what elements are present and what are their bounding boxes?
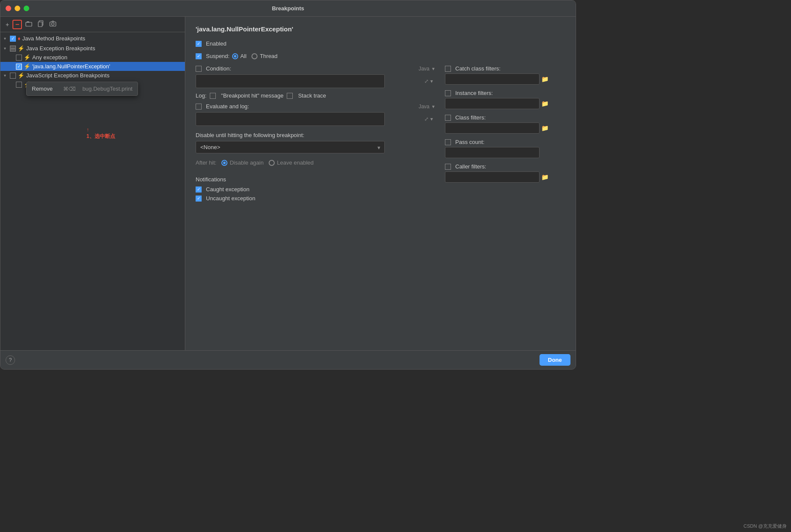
bottom-bar: ? Done — [0, 350, 576, 369]
checkbox-any-exception[interactable] — [16, 55, 22, 61]
checkbox-java-method[interactable]: ✓ — [10, 36, 16, 42]
label-js-exception: JavaScript Exception Breakpoints — [26, 72, 110, 79]
evaluate-dropdown-btn[interactable]: ▾ — [430, 116, 433, 122]
menu-remove-detail: bug.DebugTest.print — [83, 86, 132, 92]
catch-filters-label-row: Catch class filters: — [445, 65, 565, 72]
caller-filters-checkbox[interactable] — [445, 164, 451, 170]
notifications-title: Notifications — [196, 176, 435, 183]
instance-filters-input[interactable] — [445, 98, 540, 109]
icon-js-exception: ⚡ — [18, 72, 25, 79]
instance-filters-checkbox[interactable] — [445, 90, 451, 96]
disable-again-label: Disable again — [230, 159, 264, 166]
evaluate-lang: Java — [419, 104, 429, 110]
help-button[interactable]: ? — [6, 355, 15, 365]
after-hit-label: After hit: — [196, 159, 216, 166]
copy-button[interactable] — [36, 19, 46, 29]
class-filters-checkbox[interactable] — [445, 115, 451, 121]
catch-filters-input[interactable] — [445, 73, 540, 85]
folder-button[interactable] — [24, 19, 34, 29]
log-section: Log: "Breakpoint hit" message Stack trac… — [196, 92, 435, 99]
pass-count-input-row — [445, 147, 565, 158]
disable-again-option[interactable]: Disable again — [221, 159, 264, 166]
menu-item-remove[interactable]: Remove ⌘⌫ bug.DebugTest.print — [27, 84, 138, 94]
pass-count-checkbox[interactable] — [445, 139, 451, 145]
caller-filters-input[interactable] — [445, 171, 540, 183]
evaluate-input-wrapper: ⤢ ▾ — [196, 112, 435, 126]
log-stack-trace-label: Stack trace — [298, 92, 326, 99]
suspend-thread-option[interactable]: Thread — [251, 53, 277, 59]
instance-filters-browse[interactable]: 📁 — [541, 100, 549, 107]
close-button[interactable] — [6, 6, 11, 11]
caller-filters-browse[interactable]: 📁 — [541, 174, 549, 180]
tree-item-java-method[interactable]: ▾ ✓ ♦ Java Method Breakpoints — [0, 34, 185, 43]
caught-checkbox[interactable]: ✓ — [196, 187, 202, 193]
pass-count-input[interactable] — [445, 147, 540, 158]
uncaught-exception-row: ✓ Uncaught exception — [196, 195, 435, 202]
condition-expand-btn[interactable]: ⤢ — [424, 78, 429, 84]
log-breakpoint-checkbox[interactable] — [210, 93, 216, 99]
icon-npe: ⚡ — [24, 63, 31, 70]
annotation-select-text: 1、选中断点 — [86, 133, 115, 140]
pass-count-row: Pass count: — [445, 139, 565, 158]
minimize-button[interactable] — [15, 6, 20, 11]
tree-item-npe[interactable]: ✓ ⚡ 'java.lang.NullPointerException' — [0, 62, 185, 71]
catch-filters-browse[interactable]: 📁 — [541, 76, 549, 83]
evaluate-input[interactable] — [196, 112, 385, 126]
icon-java-exception: ⚡ — [18, 45, 25, 52]
suspend-all-radio[interactable] — [232, 53, 238, 59]
suspend-checkbox[interactable]: ✓ — [196, 53, 202, 59]
left-col: Condition: Java ▾ ⤢ ▾ — [196, 65, 435, 204]
tree-item-js-exception[interactable]: ▾ ⚡ JavaScript Exception Breakpoints — [0, 71, 185, 80]
condition-input[interactable] — [196, 74, 385, 88]
tree-item-any-exception[interactable]: ⚡ Any exception — [0, 53, 185, 62]
caught-label: Caught exception — [206, 186, 249, 193]
checkbox-npe[interactable]: ✓ — [16, 64, 22, 70]
catch-filters-checkbox[interactable] — [445, 66, 451, 72]
label-npe: 'java.lang.NullPointerException' — [32, 63, 110, 70]
checkbox-java-exception[interactable]: — — [10, 46, 16, 52]
evaluate-row: Evaluate and log: Java ▾ — [196, 103, 435, 110]
class-filters-input[interactable] — [445, 122, 540, 134]
left-panel: ← 点击-号移除 + − ▾ ✓ — [0, 17, 185, 350]
leave-enabled-radio[interactable] — [269, 160, 275, 166]
log-stack-trace-checkbox[interactable] — [287, 93, 293, 99]
checkbox-js-exception[interactable] — [10, 73, 16, 79]
evaluate-expand-btn[interactable]: ⤢ — [424, 116, 429, 122]
caller-filters-row: Caller filters: 📁 — [445, 163, 565, 183]
suspend-thread-radio[interactable] — [251, 53, 258, 59]
window-title: Breakpoints — [272, 5, 304, 12]
disable-again-radio[interactable] — [221, 160, 227, 166]
condition-row: Condition: Java ▾ — [196, 65, 435, 72]
caller-filters-input-row: 📁 — [445, 171, 565, 183]
evaluate-label: Evaluate and log: — [206, 103, 249, 110]
add-button[interactable]: + — [4, 20, 11, 29]
condition-lang-dropdown[interactable]: ▾ — [432, 66, 435, 72]
evaluate-section: Evaluate and log: Java ▾ ⤢ ▾ — [196, 103, 435, 126]
remove-button[interactable]: − — [12, 20, 22, 29]
menu-remove-shortcut: ⌘⌫ — [63, 86, 76, 92]
camera-button[interactable] — [48, 19, 58, 29]
disable-select[interactable]: <None> — [196, 141, 385, 153]
enabled-row: ✓ Enabled — [196, 40, 565, 47]
chevron-java-exception: ▾ — [4, 46, 10, 51]
enabled-checkbox[interactable]: ✓ — [196, 41, 202, 47]
checkbox-any-exception-js[interactable] — [16, 82, 22, 88]
suspend-radio-group: All Thread — [232, 53, 278, 59]
condition-label: Condition: — [206, 65, 231, 72]
evaluate-checkbox[interactable] — [196, 104, 202, 110]
condition-checkbox[interactable] — [196, 66, 202, 72]
breakpoint-title: 'java.lang.NullPointerException' — [196, 25, 565, 33]
uncaught-checkbox[interactable]: ✓ — [196, 196, 202, 202]
condition-dropdown-btn[interactable]: ▾ — [430, 78, 433, 84]
condition-input-wrapper: ⤢ ▾ — [196, 74, 435, 88]
done-button[interactable]: Done — [540, 354, 571, 366]
leave-enabled-label: Leave enabled — [277, 159, 313, 166]
class-filters-browse[interactable]: 📁 — [541, 125, 549, 131]
tree-item-java-exception[interactable]: ▾ — ⚡ Java Exception Breakpoints — [0, 44, 185, 53]
evaluate-lang-dropdown[interactable]: ▾ — [432, 104, 435, 110]
condition-section: Condition: Java ▾ ⤢ ▾ — [196, 65, 435, 88]
leave-enabled-option[interactable]: Leave enabled — [269, 159, 313, 166]
maximize-button[interactable] — [24, 6, 29, 11]
suspend-all-option[interactable]: All — [232, 53, 246, 59]
two-col-layout: Condition: Java ▾ ⤢ ▾ — [196, 65, 565, 204]
